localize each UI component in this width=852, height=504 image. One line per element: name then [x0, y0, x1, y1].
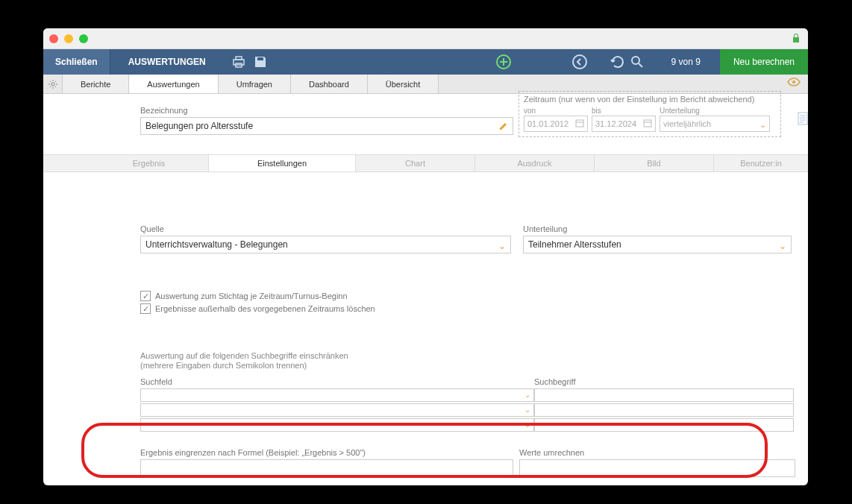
zoom-window-icon[interactable]: [79, 34, 88, 43]
add-icon[interactable]: [495, 54, 512, 70]
print-icon[interactable]: [231, 55, 246, 69]
subtab-einstellungen[interactable]: Einstellungen: [209, 155, 356, 171]
suchbegriff-label: Suchbegriff: [534, 377, 794, 386]
titlebar: [43, 28, 808, 49]
chevron-down-icon: ⌄: [524, 420, 530, 429]
unterteilung2-select[interactable]: Teilnehmer Altersstufen ⌄: [523, 236, 792, 253]
zeitraum-group: Zeitraum (nur wenn von der Einstellung i…: [519, 91, 781, 137]
checkbox-loeschen[interactable]: ✓: [140, 303, 151, 314]
bis-label: bis: [592, 107, 656, 115]
chevron-down-icon: ⌄: [779, 241, 786, 251]
chevron-down-icon: ⌄: [524, 406, 530, 414]
search-desc1: Auswertung auf die folgenden Suchbegriff…: [140, 351, 808, 360]
svg-rect-1: [236, 57, 242, 60]
minimize-window-icon[interactable]: [64, 34, 73, 43]
subtab-benutzer[interactable]: Benutzer:in: [714, 155, 808, 171]
svg-point-5: [632, 57, 639, 64]
suchbegriff-input-1[interactable]: [534, 388, 794, 402]
werte-label: Werte umrechnen: [519, 448, 795, 457]
suchfeld-select-3[interactable]: ⌄: [140, 418, 534, 432]
save-icon[interactable]: [254, 55, 267, 69]
close-window-icon[interactable]: [49, 34, 58, 43]
chevron-down-icon: ⌄: [498, 241, 506, 251]
svg-point-6: [51, 83, 54, 86]
document-icon[interactable]: [797, 112, 808, 127]
chevron-down-icon: ⌄: [524, 391, 530, 399]
tab-auswertungen[interactable]: Auswertungen: [129, 75, 218, 93]
formula-input[interactable]: [140, 459, 513, 477]
werte-input[interactable]: [519, 459, 795, 477]
svg-point-4: [573, 55, 586, 69]
suchbegriff-input-3[interactable]: [534, 418, 794, 432]
suchfeld-select-1[interactable]: ⌄: [140, 388, 534, 402]
suchbegriff-input-2[interactable]: [534, 403, 794, 417]
subtab-chart[interactable]: Chart: [356, 155, 475, 171]
bezeichnung-input[interactable]: Belegungen pro Altersstufe: [140, 117, 513, 135]
sub-tabs: Ergebnis Einstellungen Chart Ausdruck Bi…: [43, 154, 808, 172]
svg-rect-9: [644, 120, 651, 127]
svg-rect-0: [234, 60, 244, 65]
toolbar: Schließen AUSWERTUNGEN 9 von 9 Neu b: [43, 49, 808, 75]
subtab-bild[interactable]: Bild: [595, 155, 714, 171]
tab-dashboard[interactable]: Dashboard: [291, 75, 368, 93]
suchfeld-label: Suchfeld: [140, 377, 534, 386]
chevron-down-icon: ⌄: [759, 120, 766, 130]
calendar-icon[interactable]: [643, 119, 652, 129]
unterteilung2-label: Unterteilung: [523, 224, 808, 233]
tab-berichte[interactable]: Berichte: [63, 75, 129, 93]
svg-point-7: [792, 81, 795, 84]
close-button[interactable]: Schließen: [43, 49, 110, 75]
back-icon[interactable]: [571, 54, 588, 70]
gear-icon[interactable]: [43, 75, 63, 93]
calendar-icon[interactable]: [575, 119, 584, 129]
suchfeld-select-2[interactable]: ⌄: [140, 403, 534, 417]
bis-input[interactable]: 31.12.2024: [592, 116, 656, 132]
quelle-label: Quelle: [140, 224, 511, 233]
von-label: von: [524, 107, 588, 115]
lock-icon: [792, 33, 801, 45]
formula-label: Ergebnis eingrenzen nach Formel (Beispie…: [140, 448, 513, 457]
unterteilung-label: Unterteilung: [660, 107, 770, 115]
pager-label: 9 von 9: [652, 49, 720, 75]
svg-rect-8: [576, 120, 583, 127]
quelle-select[interactable]: Unterrichtsverwaltung - Belegungen ⌄: [140, 236, 511, 253]
unterteilung-select[interactable]: vierteljährlich ⌄: [660, 116, 770, 132]
checkbox-loeschen-label: Ergebnisse außerhalb des vorgegebenen Ze…: [155, 304, 375, 313]
tab-uebersicht[interactable]: Übersicht: [368, 75, 439, 93]
tab-umfragen[interactable]: Umfragen: [219, 75, 291, 93]
eye-icon[interactable]: [787, 78, 801, 89]
refresh-icon[interactable]: [610, 54, 625, 69]
svg-rect-10: [798, 113, 807, 125]
edit-icon[interactable]: [498, 121, 509, 133]
bezeichnung-value: Belegungen pro Altersstufe: [145, 121, 253, 131]
search-desc2: (mehrere Eingaben durch Semikolon trenne…: [140, 361, 808, 370]
zeitraum-label: Zeitraum (nur wenn von der Einstellung i…: [524, 95, 776, 104]
checkbox-stichtag[interactable]: ✓: [140, 291, 151, 301]
subtab-ergebnis[interactable]: Ergebnis: [90, 155, 209, 171]
checkbox-stichtag-label: Auswertung zum Stichtag je Zeitraum/Turn…: [155, 292, 348, 300]
recalculate-button[interactable]: Neu berechnen: [720, 49, 808, 75]
von-input[interactable]: 01.01.2012: [524, 116, 588, 132]
module-title: AUSWERTUNGEN: [110, 49, 224, 75]
search-icon[interactable]: [630, 54, 645, 69]
subtab-ausdruck[interactable]: Ausdruck: [475, 155, 595, 171]
